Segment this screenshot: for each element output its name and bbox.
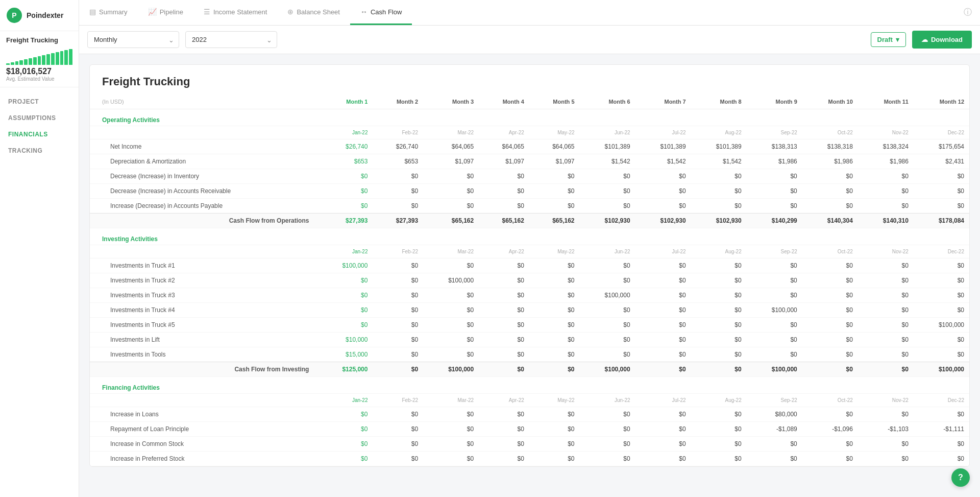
unit-label-header: (In USD) [90, 94, 317, 109]
cash-flow-icon: ↔ [360, 8, 368, 16]
table-row: Investments in Truck #1$100,000$0$0$0$0$… [90, 258, 969, 273]
table-row: Decrease (Increase) in Accounts Receivab… [90, 184, 969, 199]
tab-pipeline-label: Pipeline [160, 8, 183, 16]
svg-text:P: P [12, 11, 16, 19]
cash-flow-table: (In USD) Month 1 Month 2 Month 3 Month 4… [90, 94, 969, 466]
tab-cash-flow-label: Cash Flow [371, 8, 402, 16]
help-fab-button[interactable]: ? [951, 468, 970, 487]
poindexter-logo-icon: P [6, 7, 22, 23]
month-label-row-2: Jan-22Feb-22Mar-22Apr-22May-22Jun-22Jul-… [90, 394, 969, 407]
tab-cash-flow[interactable]: ↔ Cash Flow [350, 0, 412, 25]
sidebar-item-project[interactable]: PROJECT [0, 93, 79, 110]
table-container: Freight Trucking (In USD) Month 1 Month … [89, 64, 970, 467]
download-label: Download [931, 36, 963, 43]
mini-bar-chart [6, 47, 72, 65]
col-month4: Month 4 [479, 94, 529, 109]
month-label-row-0: Jan-22Feb-22Mar-22Apr-22May-22Jun-22Jul-… [90, 126, 969, 139]
summary-icon: ▤ [89, 8, 96, 16]
year-select-wrapper: 2020 2021 2022 2023 [185, 31, 277, 48]
col-month11: Month 11 [858, 94, 914, 109]
section-header-0: Operating Activities [90, 109, 969, 126]
download-button[interactable]: ☁ Download [912, 31, 972, 49]
table-row: Increase in Loans$0$0$0$0$0$0$0$0$80,000… [90, 407, 969, 422]
table-body: Operating ActivitiesJan-22Feb-22Mar-22Ap… [90, 109, 969, 466]
logo-area: P Poindexter [0, 0, 79, 31]
table-row: Investments in Truck #5$0$0$0$0$0$0$0$0$… [90, 318, 969, 333]
col-month2: Month 2 [373, 94, 423, 109]
sidebar-nav: PROJECT ASSUMPTIONS FINANCIALS TRACKING [0, 87, 79, 497]
column-header-row: (In USD) Month 1 Month 2 Month 3 Month 4… [90, 94, 969, 109]
page-title: Freight Trucking [90, 65, 969, 94]
col-month5: Month 5 [529, 94, 580, 109]
tab-summary[interactable]: ▤ Summary [79, 0, 138, 25]
table-row: Depreciation & Amortization$653$653$1,09… [90, 154, 969, 169]
balance-sheet-icon: ⊕ [287, 8, 293, 16]
table-row: Investments in Lift$10,000$0$0$0$0$0$0$0… [90, 333, 969, 347]
col-month12: Month 12 [914, 94, 969, 109]
tab-balance-sheet-label: Balance Sheet [297, 8, 340, 16]
table-row: Increase (Decrease) in Accounts Payable$… [90, 199, 969, 214]
table-row: Increase in Preferred Stock$0$0$0$0$0$0$… [90, 452, 969, 466]
help-button[interactable]: ⓘ [955, 0, 980, 25]
help-icon: ⓘ [964, 7, 972, 18]
logo-text: Poindexter [27, 11, 63, 19]
table-row: Increase in Common Stock$0$0$0$0$0$0$0$0… [90, 437, 969, 452]
tab-summary-label: Summary [99, 8, 128, 16]
draft-chevron-icon: ▾ [896, 36, 899, 43]
table-row: Investments in Truck #4$0$0$0$0$0$0$0$0$… [90, 303, 969, 318]
table-area: Freight Trucking (In USD) Month 1 Month … [79, 54, 980, 497]
col-month9: Month 9 [747, 94, 802, 109]
col-month10: Month 10 [802, 94, 858, 109]
section-header-2: Financing Activities [90, 377, 969, 394]
col-month6: Month 6 [580, 94, 635, 109]
table-row: Investments in Tools$15,000$0$0$0$0$0$0$… [90, 347, 969, 362]
help-fab-icon: ? [958, 473, 963, 482]
company-name: Freight Trucking [6, 36, 72, 44]
table-row: Investments in Truck #3$0$0$0$0$0$100,00… [90, 288, 969, 303]
table-row: Net Income$26,740$26,740$64,065$64,065$6… [90, 139, 969, 154]
draft-select[interactable]: Draft ▾ [871, 32, 906, 47]
col-month3: Month 3 [423, 94, 479, 109]
tab-pipeline[interactable]: 📈 Pipeline [138, 0, 193, 25]
col-month8: Month 8 [691, 94, 747, 109]
sidebar: P Poindexter Freight Trucking $18,016,52… [0, 0, 79, 497]
section-header-1: Investing Activities [90, 228, 969, 245]
sidebar-item-financials[interactable]: FINANCIALS [0, 126, 79, 143]
toolbar: Monthly Quarterly Annually 2020 2021 202… [79, 26, 980, 54]
table-row: Investments in Truck #2$0$0$100,000$0$0$… [90, 273, 969, 288]
company-sublabel: Avg. Estimated Value [6, 76, 72, 82]
download-cloud-icon: ☁ [921, 36, 928, 43]
tab-income-statement[interactable]: ☰ Income Statement [193, 0, 278, 25]
draft-label: Draft [877, 36, 893, 43]
period-select[interactable]: Monthly Quarterly Annually [87, 31, 179, 48]
period-select-wrapper: Monthly Quarterly Annually [87, 31, 179, 48]
top-nav: ▤ Summary 📈 Pipeline ☰ Income Statement … [79, 0, 980, 26]
pipeline-icon: 📈 [148, 8, 157, 16]
company-info: Freight Trucking $18,016,527 Avg. Estima… [0, 31, 79, 87]
col-month1: Month 1 [317, 94, 373, 109]
subtotal-row-0: Cash Flow from Operations$27,393$27,393$… [90, 214, 969, 228]
income-statement-icon: ☰ [204, 8, 210, 16]
tab-income-statement-label: Income Statement [213, 8, 267, 16]
year-select[interactable]: 2020 2021 2022 2023 [185, 31, 277, 48]
sidebar-item-tracking[interactable]: TRACKING [0, 143, 79, 159]
col-month7: Month 7 [635, 94, 691, 109]
table-row: Repayment of Loan Principle$0$0$0$0$0$0$… [90, 422, 969, 437]
main-content: ▤ Summary 📈 Pipeline ☰ Income Statement … [79, 0, 980, 497]
subtotal-row-1: Cash Flow from Investing$125,000$0$100,0… [90, 362, 969, 377]
sidebar-item-assumptions[interactable]: ASSUMPTIONS [0, 110, 79, 126]
table-row: Decrease (Increase) in Inventory$0$0$0$0… [90, 169, 969, 184]
tab-balance-sheet[interactable]: ⊕ Balance Sheet [277, 0, 350, 25]
company-value: $18,016,527 [6, 67, 72, 76]
month-label-row-1: Jan-22Feb-22Mar-22Apr-22May-22Jun-22Jul-… [90, 245, 969, 258]
